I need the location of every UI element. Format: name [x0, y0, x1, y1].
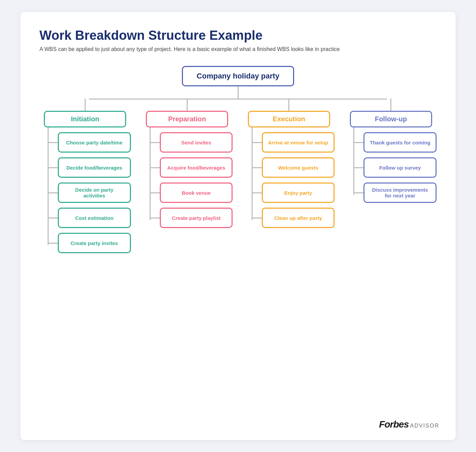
- column-preparation: Preparation Send invites Acquire food/be…: [141, 99, 233, 253]
- h-connector: [252, 142, 262, 143]
- child-box: Send invites: [160, 132, 233, 153]
- page-title: Work Breakdown Structure Example: [39, 28, 437, 43]
- h-connector: [353, 142, 363, 143]
- cat-execution: Execution: [248, 111, 330, 127]
- child-row: Thank guests for coming: [353, 132, 437, 153]
- column-initiation: Initiation Choose party date/time: [39, 99, 131, 253]
- cat-preparation: Preparation: [146, 111, 228, 127]
- main-card: Work Breakdown Structure Example A WBS c…: [20, 12, 456, 440]
- child-row: Follow up survey: [353, 157, 437, 178]
- root-down-connector: [238, 86, 239, 99]
- col-top-line-preparation: [187, 99, 188, 111]
- child-box: Thank guests for coming: [363, 132, 437, 153]
- child-box: Enjoy party: [262, 182, 335, 203]
- child-box: Choose party date/time: [58, 132, 131, 153]
- cat-initiation: Initiation: [44, 111, 126, 127]
- h-connector: [150, 218, 160, 219]
- child-box: Book venue: [160, 182, 233, 203]
- child-row: Decide on party activities: [48, 182, 131, 203]
- col-top-line-followup: [390, 99, 391, 111]
- cat-followup: Follow-up: [350, 111, 432, 127]
- child-row: Book venue: [150, 182, 233, 203]
- child-row: Discuss improvements for next year: [353, 182, 437, 203]
- forbes-advisor: ADVISOR: [410, 423, 439, 429]
- h-connector: [150, 192, 160, 193]
- child-box: Clean up after party: [262, 208, 335, 228]
- h-connector: [48, 167, 58, 168]
- child-row: Acquire food/beverages: [150, 157, 233, 178]
- h-connector: [48, 192, 58, 193]
- child-box: Create party invites: [58, 233, 131, 253]
- column-followup: Follow-up Thank guests for coming Follow…: [345, 99, 437, 253]
- col-top-line-initiation: [85, 99, 86, 111]
- child-box: Cost estimation: [58, 208, 131, 228]
- h-connector: [150, 167, 160, 168]
- page-subtitle: A WBS can be applied to just about any t…: [39, 46, 437, 52]
- child-row: Cost estimation: [48, 208, 131, 228]
- child-row: Create party playlist: [150, 208, 233, 228]
- h-connector: [353, 192, 363, 193]
- child-box: Follow up survey: [363, 157, 437, 178]
- child-box: Discuss improvements for next year: [363, 182, 437, 203]
- child-box: Decide on party activities: [58, 182, 131, 203]
- child-row: Choose party date/time: [48, 132, 131, 153]
- child-row: Decide food/beverages: [48, 157, 131, 178]
- child-box: Acquire food/beverages: [160, 157, 233, 178]
- child-box: Create party playlist: [160, 208, 233, 228]
- wbs-tree: Company holiday party Initiation: [39, 66, 437, 253]
- child-row: Send invites: [150, 132, 233, 153]
- h-connector: [48, 218, 58, 219]
- column-execution: Execution Arrive at venue for setup Welc…: [243, 99, 335, 253]
- child-box: Arrive at venue for setup: [262, 132, 335, 153]
- h-connector: [48, 142, 58, 143]
- col-top-line-execution: [288, 99, 289, 111]
- h-connector: [252, 218, 262, 219]
- h-connector: [252, 167, 262, 168]
- child-row: Clean up after party: [252, 208, 335, 228]
- h-connector: [150, 142, 160, 143]
- child-row: Welcome guests: [252, 157, 335, 178]
- h-connector: [353, 167, 363, 168]
- root-node: Company holiday party: [182, 66, 294, 86]
- child-box: Decide food/beverages: [58, 157, 131, 178]
- child-row: Arrive at venue for setup: [252, 132, 335, 153]
- h-connector: [252, 192, 262, 193]
- columns-container: Initiation Choose party date/time: [39, 99, 437, 253]
- forbes-brand: Forbes: [379, 419, 409, 430]
- child-row: Create party invites: [48, 233, 131, 253]
- forbes-logo: Forbes ADVISOR: [379, 419, 439, 430]
- child-box: Welcome guests: [262, 157, 335, 178]
- h-connector: [48, 243, 58, 244]
- child-row: Enjoy party: [252, 182, 335, 203]
